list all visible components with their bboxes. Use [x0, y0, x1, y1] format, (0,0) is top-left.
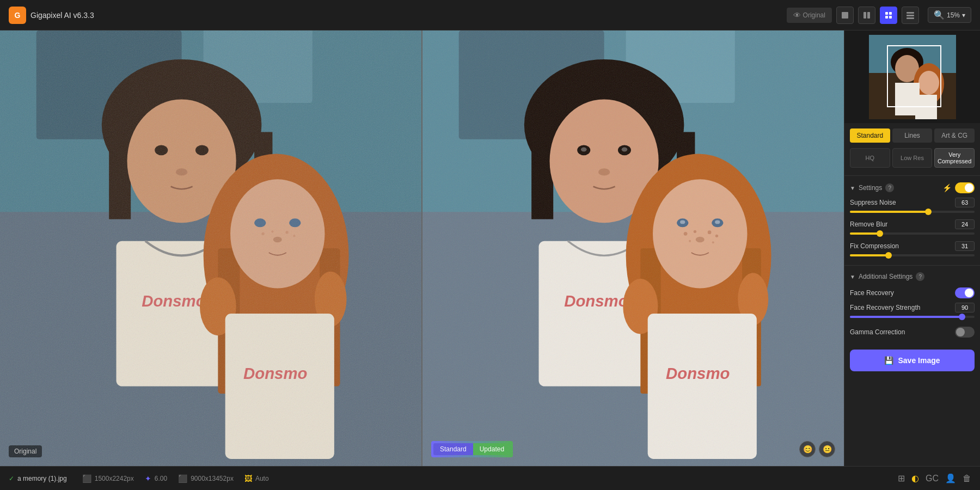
remove-blur-label: Remove Blur: [850, 220, 887, 228]
svg-rect-5: [885, 16, 888, 19]
suppress-noise-row: Suppress Noise 63: [850, 198, 975, 213]
app-logo: G Gigapixel AI v6.3.3: [9, 7, 94, 24]
svg-point-64: [715, 220, 720, 224]
svg-point-71: [712, 241, 714, 243]
save-btn-area: 💾 Save Image: [844, 340, 980, 381]
additional-settings-section: ▼ Additional Settings ? Face Recovery Fa…: [844, 268, 980, 340]
settings-section: ▼ Settings ? ⚡ Suppress Noise 63: [844, 178, 980, 263]
svg-point-70: [689, 240, 691, 242]
mode-item: 🖼 Auto: [244, 474, 269, 483]
additional-settings-header[interactable]: ▼ Additional Settings ?: [850, 268, 975, 285]
svg-point-63: [680, 220, 685, 224]
sub-tabs: HQ Low Res Very Compressed: [844, 148, 980, 173]
user-icon[interactable]: 👤: [945, 473, 956, 483]
face-recovery-label: Face Recovery: [850, 289, 894, 297]
face-recovery-row: Face Recovery: [850, 285, 975, 303]
fix-compression-value[interactable]: 31: [955, 241, 975, 251]
additional-settings-help[interactable]: ?: [916, 272, 924, 281]
gamma-correction-row: Gamma Correction: [850, 324, 975, 340]
mode-icon: 🖼: [244, 474, 252, 483]
check-icon: ✓: [9, 475, 14, 482]
grid-view-button[interactable]: [902, 7, 919, 24]
tab-art-cg[interactable]: Art & CG: [934, 128, 975, 143]
app-name: Gigapixel AI v6.3.3: [30, 11, 94, 20]
single-view-button[interactable]: [836, 7, 854, 24]
settings-action-icon[interactable]: ◐: [911, 473, 919, 483]
save-icon: 💾: [884, 356, 893, 365]
fix-compression-slider[interactable]: [850, 254, 975, 256]
svg-point-65: [696, 237, 705, 243]
sub-tab-hq[interactable]: HQ: [850, 148, 890, 168]
emoji-buttons: 😊 😐: [799, 441, 835, 457]
svg-rect-9: [906, 17, 914, 19]
enhanced-image: Donsmo: [422, 30, 844, 466]
face-recovery-strength-value[interactable]: 90: [955, 303, 975, 313]
sub-tab-low-res[interactable]: Low Res: [892, 148, 933, 168]
divider-2: [844, 265, 980, 266]
additional-settings-title: Additional Settings: [859, 273, 912, 280]
suppress-noise-label: Suppress Noise: [850, 199, 896, 206]
face-recovery-strength-slider[interactable]: [850, 316, 975, 318]
thumbnail-view-icon[interactable]: ⊞: [898, 473, 905, 483]
input-size-item: ⬛ 1500x2242px: [82, 474, 134, 483]
settings-title: Settings: [859, 184, 882, 192]
additional-chevron: ▼: [850, 274, 855, 280]
svg-rect-4: [889, 12, 892, 15]
remove-blur-row: Remove Blur 24: [850, 219, 975, 235]
delete-icon[interactable]: 🗑: [963, 474, 971, 483]
view-controls: 👁 Original 🔍 15% ▾: [787, 7, 971, 24]
tab-lines[interactable]: Lines: [892, 128, 933, 143]
remove-blur-slider[interactable]: [850, 232, 975, 235]
settings-header[interactable]: ▼ Settings ? ⚡: [850, 178, 975, 198]
save-image-button[interactable]: 💾 Save Image: [850, 350, 975, 371]
thumbnail-area: [844, 30, 980, 123]
zoom-control[interactable]: 🔍 15% ▾: [928, 7, 971, 23]
bottom-actions: ⊞ ◐ GC 👤 🗑: [898, 473, 971, 483]
suppress-noise-value[interactable]: 63: [955, 198, 975, 207]
svg-rect-0: [842, 12, 848, 19]
filename: a memory (1).jpg: [17, 475, 67, 482]
scale-value: 6.00: [155, 475, 167, 482]
original-image: Donsmo: [0, 30, 421, 466]
svg-rect-6: [889, 16, 892, 19]
svg-rect-3: [885, 12, 888, 15]
face-recovery-strength-label: Face Recovery Strength: [850, 304, 920, 311]
thumbs-up-button[interactable]: 😊: [799, 441, 816, 457]
mode-tabs: Standard Lines Art & CG: [844, 123, 980, 148]
svg-point-52: [598, 168, 610, 175]
divider-1: [844, 175, 980, 176]
lightning-icon: ⚡: [942, 183, 952, 192]
fix-compression-row: Fix Compression 31: [850, 241, 975, 256]
compare-view-button[interactable]: [880, 7, 897, 24]
svg-point-51: [622, 148, 628, 152]
suppress-noise-slider[interactable]: [850, 211, 975, 213]
settings-help[interactable]: ?: [885, 183, 894, 192]
gamma-correction-toggle[interactable]: [955, 327, 975, 338]
svg-rect-7: [906, 12, 914, 14]
original-label: Original: [9, 445, 42, 457]
thumbs-down-button[interactable]: 😐: [819, 441, 835, 457]
settings-toggle[interactable]: [955, 182, 975, 193]
original-panel: Donsmo: [0, 30, 421, 466]
gc-label: GC: [926, 474, 939, 483]
canvas-area: Donsmo: [0, 30, 844, 466]
face-recovery-strength-row: Face Recovery Strength 90: [850, 303, 975, 318]
face-recovery-toggle[interactable]: [955, 287, 975, 298]
original-button[interactable]: 👁 Original: [787, 8, 832, 23]
enhanced-label: Standard Updated: [431, 441, 513, 457]
right-sidebar: Standard Lines Art & CG HQ Low Res Very …: [844, 30, 980, 466]
svg-rect-2: [867, 12, 870, 19]
output-size: 9000x13452px: [191, 475, 234, 482]
output-size-icon: ⬛: [178, 474, 187, 483]
split-view-button[interactable]: [858, 7, 875, 24]
tab-standard[interactable]: Standard: [850, 128, 890, 143]
image-area: Donsmo: [0, 30, 844, 466]
remove-blur-value[interactable]: 24: [955, 219, 975, 229]
thumbnail-image: [869, 35, 956, 119]
sub-tab-very-compressed[interactable]: Very Compressed: [934, 148, 975, 168]
output-size-item: ⬛ 9000x13452px: [178, 474, 234, 483]
svg-rect-1: [863, 12, 866, 19]
settings-chevron: ▼: [850, 185, 855, 191]
file-info: ⬛ 1500x2242px ✦ 6.00 ⬛ 9000x13452px 🖼 Au…: [82, 474, 269, 483]
svg-point-79: [918, 71, 939, 95]
